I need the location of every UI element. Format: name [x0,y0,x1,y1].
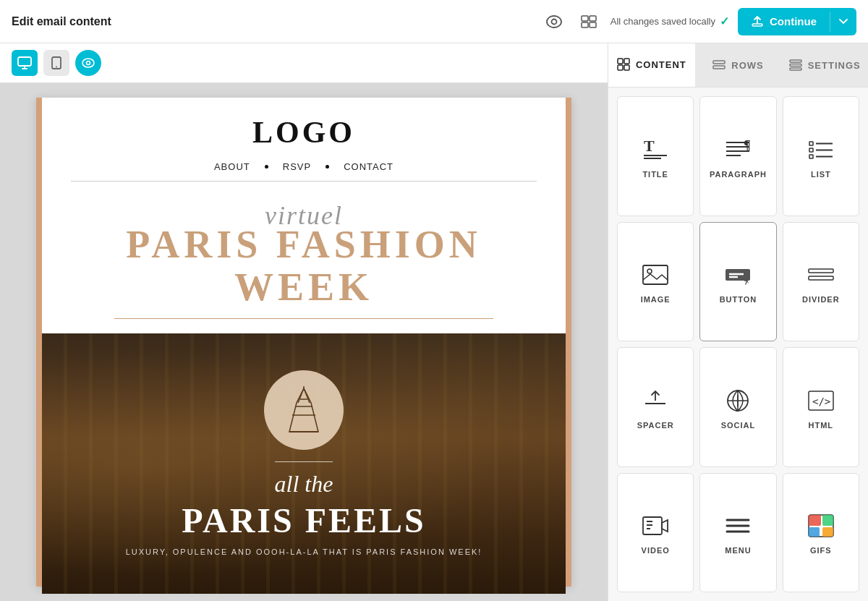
svg-rect-5 [590,22,596,27]
image-label: IMAGE [641,295,671,304]
paragraph-icon: ¶ [723,137,752,163]
chevron-down-icon [839,19,848,25]
upload-icon [751,15,764,28]
svg-point-9 [56,67,57,68]
tab-content[interactable]: CONTENT [608,43,695,87]
menu-label: MENU [725,546,751,555]
paragraph-label: PARAGRAPH [710,170,767,179]
panel-item-button[interactable]: BUTTON [699,222,776,342]
hero-paris-feels-text: PARIS FEELS [182,500,426,540]
svg-rect-3 [590,16,596,21]
nav-item-rsvp: RSVP [283,161,311,172]
svg-text:</>: </> [812,396,830,407]
email-title-divider [114,318,493,319]
tab-content-label: CONTENT [636,59,686,70]
svg-rect-21 [713,61,725,64]
panel-item-video[interactable]: VIDEO [617,473,694,593]
main-layout: LOGO ABOUT RSVP CONTACT virtuel PARIS FA… [0,43,868,601]
svg-rect-7 [18,57,31,66]
svg-rect-2 [582,16,588,21]
panel-item-social[interactable]: SOCIAL [699,347,776,467]
svg-rect-23 [790,60,801,62]
continue-button[interactable]: Continue [738,8,856,35]
page-title: Edit email content [12,15,111,28]
email-header-section: LOGO ABOUT RSVP CONTACT [42,98,566,193]
email-nav-divider [71,181,537,182]
html-label: HTML [809,421,834,430]
email-logo: LOGO [71,115,537,150]
saved-checkmark: ✓ [720,14,729,28]
button-icon [723,262,752,288]
svg-rect-36 [809,148,813,152]
header: Edit email content All changes saved loc… [0,0,868,43]
gifs-label: GIFS [810,546,832,555]
svg-text:¶: ¶ [744,138,751,153]
tab-rows[interactable]: ROWS [695,43,782,87]
list-label: LIST [811,170,831,179]
panel-item-gifs[interactable]: GIFS [783,473,859,593]
tab-settings-label: SETTINGS [808,60,861,71]
settings-tab-icon [789,59,802,72]
svg-point-1 [551,19,556,24]
continue-dropdown-arrow[interactable] [830,12,856,32]
panel-item-paragraph[interactable]: ¶ PARAGRAPH [699,96,776,216]
svg-rect-25 [790,68,801,70]
email-hero-section: all the PARIS FEELS LUXURY, OPULENCE AND… [42,333,566,594]
panel-item-list[interactable]: LIST [783,96,859,216]
video-label: VIDEO [642,546,670,555]
panel-tabs: CONTENT ROWS SETTINGS [608,43,868,88]
svg-rect-64 [809,527,820,537]
email-nav: ABOUT RSVP CONTACT [71,161,537,172]
svg-rect-46 [809,276,833,280]
tab-rows-label: ROWS [731,60,763,71]
svg-rect-20 [624,65,629,70]
video-icon [641,513,670,539]
email-title-section: virtuel PARIS FASHION WEEK [42,193,566,333]
nav-item-about: ABOUT [214,161,250,172]
layout-icon-btn[interactable] [576,9,602,35]
hero-eiffel-circle [264,370,344,450]
email-paris-fashion-week: PARIS FASHION WEEK [71,223,537,310]
svg-rect-62 [809,515,821,526]
spacer-icon [641,388,670,414]
divider-label: DIVIDER [802,295,840,304]
svg-point-0 [547,16,561,27]
title-icon: T [641,137,670,163]
email-canvas-scroll[interactable]: LOGO ABOUT RSVP CONTACT virtuel PARIS FA… [0,83,608,601]
svg-rect-63 [822,515,833,526]
canvas-area: LOGO ABOUT RSVP CONTACT virtuel PARIS FA… [0,43,608,601]
hero-subtitle-text: LUXURY, OPULENCE AND OOOH-LA-LA THAT IS … [97,547,511,556]
eye-preview-icon [82,58,95,68]
panel-item-menu[interactable]: MENU [699,473,776,593]
rows-tab-icon [712,59,726,72]
svg-point-11 [87,61,90,65]
panel-item-title[interactable]: T TITLE [617,96,694,216]
preview-toggle-btn[interactable] [75,50,101,76]
svg-rect-18 [624,59,629,64]
svg-rect-38 [809,155,813,158]
svg-rect-17 [618,59,623,64]
svg-point-41 [647,269,652,273]
panel-item-html[interactable]: </> HTML [783,347,859,467]
gifs-icon [807,513,835,539]
social-label: SOCIAL [721,421,756,430]
svg-text:T: T [644,137,655,155]
button-label: BUTTON [720,295,757,304]
desktop-device-btn[interactable] [12,50,38,76]
tablet-icon [51,56,61,69]
hero-divider-line [275,461,333,462]
panel-item-divider[interactable]: DIVIDER [783,222,859,342]
svg-rect-65 [822,527,833,537]
social-icon [723,388,752,414]
svg-rect-45 [809,269,833,273]
spacer-label: SPACER [637,421,674,430]
panel-item-spacer[interactable]: SPACER [617,347,694,467]
panel-item-image[interactable]: IMAGE [617,222,694,342]
tablet-device-btn[interactable] [43,50,69,76]
list-icon [807,137,835,163]
preview-icon-btn[interactable] [541,9,567,35]
nav-item-contact: CONTACT [344,161,393,172]
continue-label: Continue [770,15,817,27]
tab-settings[interactable]: SETTINGS [781,43,868,87]
canvas-toolbar [0,43,608,83]
